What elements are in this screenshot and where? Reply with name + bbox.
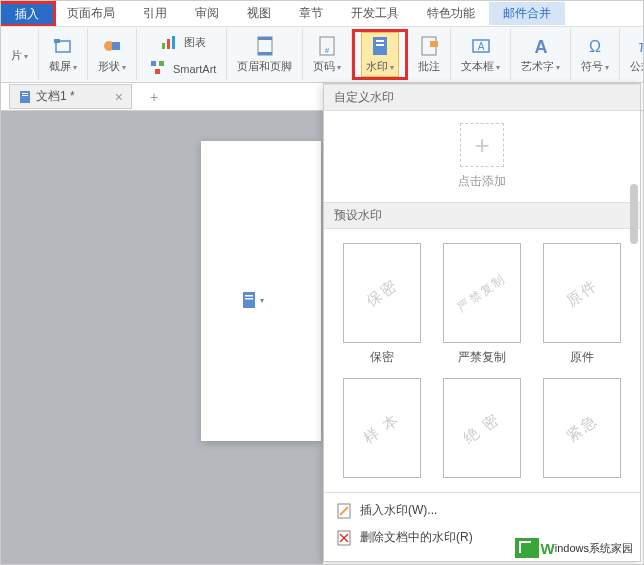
svg-line-33 bbox=[340, 507, 348, 515]
svg-rect-29 bbox=[243, 292, 255, 308]
preset-no-copy[interactable]: 严禁复制 严禁复制 bbox=[438, 243, 526, 366]
svg-rect-8 bbox=[159, 61, 164, 66]
watermark-highlight: 水印▾ bbox=[352, 29, 408, 80]
preset-confidential[interactable]: 保密 保密 bbox=[338, 243, 426, 366]
svg-rect-6 bbox=[172, 36, 175, 49]
art-text-icon: A bbox=[530, 35, 552, 57]
workspace: ▾ bbox=[1, 111, 323, 564]
shape-icon bbox=[101, 35, 123, 57]
comment-button[interactable]: 批注 bbox=[414, 33, 444, 76]
site-watermark: W indows系统家园 bbox=[515, 538, 633, 558]
svg-rect-12 bbox=[258, 52, 272, 55]
svg-rect-30 bbox=[245, 295, 253, 297]
svg-rect-19 bbox=[430, 41, 438, 47]
preset-original[interactable]: 原件 原件 bbox=[538, 243, 626, 366]
svg-rect-28 bbox=[22, 95, 28, 96]
menu-insert[interactable]: 插入 bbox=[1, 4, 53, 24]
menu-review[interactable]: 审阅 bbox=[181, 2, 233, 25]
doc-tab-label: 文档1 * bbox=[36, 88, 75, 105]
svg-rect-3 bbox=[112, 42, 120, 50]
symbol-button[interactable]: Ω 符号▾ bbox=[577, 33, 613, 76]
svg-text:π: π bbox=[639, 38, 644, 55]
symbol-icon: Ω bbox=[584, 35, 606, 57]
svg-rect-11 bbox=[258, 37, 272, 40]
svg-rect-5 bbox=[167, 39, 170, 49]
svg-text:#: # bbox=[325, 46, 330, 55]
svg-rect-16 bbox=[376, 40, 384, 42]
menu-highlight-insert: 插入 bbox=[0, 1, 56, 26]
tab-close-button[interactable]: × bbox=[115, 89, 123, 105]
remove-watermark-icon bbox=[336, 530, 352, 546]
menu-page-layout[interactable]: 页面布局 bbox=[53, 2, 129, 25]
add-custom-watermark-button[interactable]: + bbox=[460, 123, 504, 167]
header-footer-button[interactable]: 页眉和页脚 bbox=[233, 33, 296, 76]
menu-bar: 插入 页面布局 引用 审阅 视图 章节 开发工具 特色功能 邮件合并 bbox=[1, 1, 643, 27]
menu-dev-tools[interactable]: 开发工具 bbox=[337, 2, 413, 25]
svg-rect-31 bbox=[245, 298, 253, 300]
svg-text:A: A bbox=[478, 41, 485, 52]
page-number-button[interactable]: # 页码▾ bbox=[309, 33, 345, 76]
doc-tab-1[interactable]: 文档1 * × bbox=[9, 84, 132, 109]
page-indicator-icon: ▾ bbox=[241, 291, 264, 309]
insert-watermark-action[interactable]: 插入水印(W)... bbox=[324, 497, 640, 524]
menu-chapter[interactable]: 章节 bbox=[285, 2, 337, 25]
svg-text:Ω: Ω bbox=[589, 38, 601, 55]
watermark-dropdown-panel: 自定义水印 + 点击添加 预设水印 保密 保密 严禁复制 严禁复制 原件 原件 … bbox=[323, 83, 641, 562]
smartart-icon bbox=[147, 57, 169, 79]
preset-grid: 保密 保密 严禁复制 严禁复制 原件 原件 样 本 绝 密 紧急 bbox=[324, 229, 640, 492]
page-number-icon: # bbox=[316, 35, 338, 57]
art-text-button[interactable]: A 艺术字▾ bbox=[517, 33, 564, 76]
menu-view[interactable]: 视图 bbox=[233, 2, 285, 25]
textbox-button[interactable]: A 文本框▾ bbox=[457, 33, 504, 76]
svg-rect-17 bbox=[376, 44, 384, 46]
svg-rect-7 bbox=[151, 61, 156, 66]
svg-rect-1 bbox=[54, 39, 60, 43]
svg-text:A: A bbox=[534, 37, 547, 56]
scrollbar[interactable] bbox=[630, 184, 638, 244]
smartart-button[interactable]: SmartArt bbox=[143, 55, 220, 81]
svg-rect-4 bbox=[162, 43, 165, 49]
preset-top-secret[interactable]: 绝 密 bbox=[438, 378, 526, 478]
screenshot-icon bbox=[52, 35, 74, 57]
comment-icon bbox=[418, 35, 440, 57]
logo-icon bbox=[515, 538, 539, 558]
preset-sample[interactable]: 样 本 bbox=[338, 378, 426, 478]
preset-watermark-section: 预设水印 bbox=[324, 202, 640, 229]
formula-icon: π bbox=[633, 35, 644, 57]
add-custom-label: 点击添加 bbox=[458, 173, 506, 190]
textbox-icon: A bbox=[470, 35, 492, 57]
formula-button[interactable]: π 公式▾ bbox=[626, 33, 644, 76]
preset-urgent[interactable]: 紧急 bbox=[538, 378, 626, 478]
screenshot-button[interactable]: 截屏▾ bbox=[45, 33, 81, 76]
svg-rect-27 bbox=[22, 93, 28, 94]
watermark-button[interactable]: 水印▾ bbox=[361, 32, 399, 77]
shape-button[interactable]: 形状▾ bbox=[94, 33, 130, 76]
menu-mail-merge[interactable]: 邮件合并 bbox=[489, 2, 565, 25]
chart-icon bbox=[158, 31, 180, 53]
menu-special[interactable]: 特色功能 bbox=[413, 2, 489, 25]
insert-watermark-icon bbox=[336, 503, 352, 519]
chart-button[interactable]: 图表 bbox=[154, 29, 210, 55]
menu-reference[interactable]: 引用 bbox=[129, 2, 181, 25]
watermark-icon bbox=[369, 35, 391, 57]
header-footer-icon bbox=[254, 35, 276, 57]
svg-rect-26 bbox=[20, 91, 30, 103]
svg-rect-9 bbox=[155, 69, 160, 74]
ribbon: 片▾ 截屏▾ 形状▾ 图表 SmartArt 页眉 bbox=[1, 27, 643, 83]
doc-icon bbox=[18, 90, 32, 104]
document-page[interactable]: ▾ bbox=[201, 141, 321, 441]
tab-add-button[interactable]: + bbox=[150, 89, 158, 105]
pic-button[interactable]: 片▾ bbox=[7, 44, 32, 65]
custom-watermark-section: 自定义水印 bbox=[324, 84, 640, 111]
